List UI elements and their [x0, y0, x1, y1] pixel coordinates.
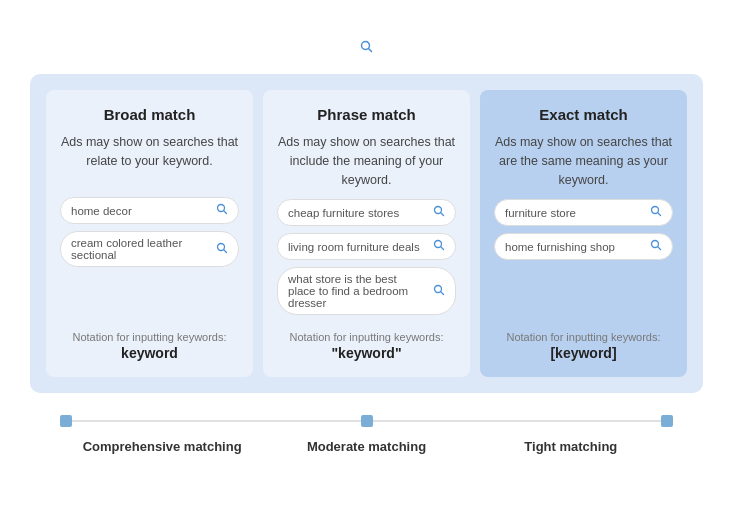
search-field-text-phrase-1: living room furniture deals: [288, 241, 427, 253]
notation-value-phrase: "keyword": [277, 345, 456, 361]
card-broad-title: Broad match: [60, 106, 239, 123]
search-field-text-broad-0: home decor: [71, 205, 210, 217]
search-field-text-exact-1: home furnishing shop: [505, 241, 644, 253]
search-field-phrase-1[interactable]: living room furniture deals: [277, 233, 456, 260]
search-icon: [433, 205, 445, 220]
card-exact-title: Exact match: [494, 106, 673, 123]
svg-line-13: [658, 213, 661, 216]
card-exact-fields: furniture store home furnishing shop: [494, 199, 673, 315]
search-icon: [433, 239, 445, 254]
card-phrase-title: Phrase match: [277, 106, 456, 123]
card-broad-fields: home decor cream colored leather section…: [60, 197, 239, 315]
card-broad: Broad matchAds may show on searches that…: [46, 90, 253, 377]
svg-line-9: [441, 247, 444, 250]
search-icon: [359, 38, 375, 54]
search-field-broad-0[interactable]: home decor: [60, 197, 239, 224]
timeline-dot-wrapper-1: [361, 415, 373, 427]
search-icon: [433, 284, 445, 299]
svg-line-3: [224, 211, 227, 214]
search-field-broad-1[interactable]: cream colored leather sectional: [60, 231, 239, 267]
search-icon: [650, 239, 662, 254]
search-field-text-phrase-0: cheap furniture stores: [288, 207, 427, 219]
search-field-exact-0[interactable]: furniture store: [494, 199, 673, 226]
notation-value-exact: [keyword]: [494, 345, 673, 361]
search-field-exact-1[interactable]: home furnishing shop: [494, 233, 673, 260]
card-phrase-fields: cheap furniture stores living room furni…: [277, 199, 456, 315]
search-icon: [216, 242, 228, 257]
subtitle: [355, 38, 379, 54]
search-field-text-phrase-2: what store is the best place to find a b…: [288, 273, 427, 309]
search-field-text-exact-0: furniture store: [505, 207, 644, 219]
notation-label-broad: Notation for inputting keywords:: [60, 331, 239, 343]
timeline-bar: [60, 415, 673, 427]
timeline-label-1: Moderate matching: [264, 439, 468, 454]
search-field-phrase-0[interactable]: cheap furniture stores: [277, 199, 456, 226]
card-broad-desc: Ads may show on searches that relate to …: [60, 133, 239, 187]
notation-exact: Notation for inputting keywords:[keyword…: [494, 331, 673, 361]
search-icon: [216, 203, 228, 218]
timeline-dots: [60, 415, 673, 427]
card-phrase-desc: Ads may show on searches that include th…: [277, 133, 456, 189]
timeline-dot-1: [361, 415, 373, 427]
card-exact-desc: Ads may show on searches that are the sa…: [494, 133, 673, 189]
search-field-phrase-2[interactable]: what store is the best place to find a b…: [277, 267, 456, 315]
timeline-dot-wrapper-2: [661, 415, 673, 427]
svg-line-7: [441, 213, 444, 216]
timeline-labels: Comprehensive matchingModerate matchingT…: [60, 439, 673, 454]
svg-line-5: [224, 249, 227, 252]
timeline-dot-0: [60, 415, 72, 427]
cards-container: Broad matchAds may show on searches that…: [30, 74, 703, 393]
notation-label-exact: Notation for inputting keywords:: [494, 331, 673, 343]
timeline-dot-wrapper-0: [60, 415, 72, 427]
card-phrase: Phrase matchAds may show on searches tha…: [263, 90, 470, 377]
svg-line-1: [369, 48, 372, 51]
card-exact: Exact matchAds may show on searches that…: [480, 90, 687, 377]
timeline-label-0: Comprehensive matching: [60, 439, 264, 454]
notation-value-broad: keyword: [60, 345, 239, 361]
timeline-section: Comprehensive matchingModerate matchingT…: [30, 415, 703, 454]
search-icon: [650, 205, 662, 220]
svg-line-15: [658, 247, 661, 250]
search-field-text-broad-1: cream colored leather sectional: [71, 237, 210, 261]
notation-label-phrase: Notation for inputting keywords:: [277, 331, 456, 343]
timeline-label-2: Tight matching: [469, 439, 673, 454]
svg-line-11: [441, 291, 444, 294]
timeline-dot-2: [661, 415, 673, 427]
notation-phrase: Notation for inputting keywords:"keyword…: [277, 331, 456, 361]
notation-broad: Notation for inputting keywords:keyword: [60, 331, 239, 361]
